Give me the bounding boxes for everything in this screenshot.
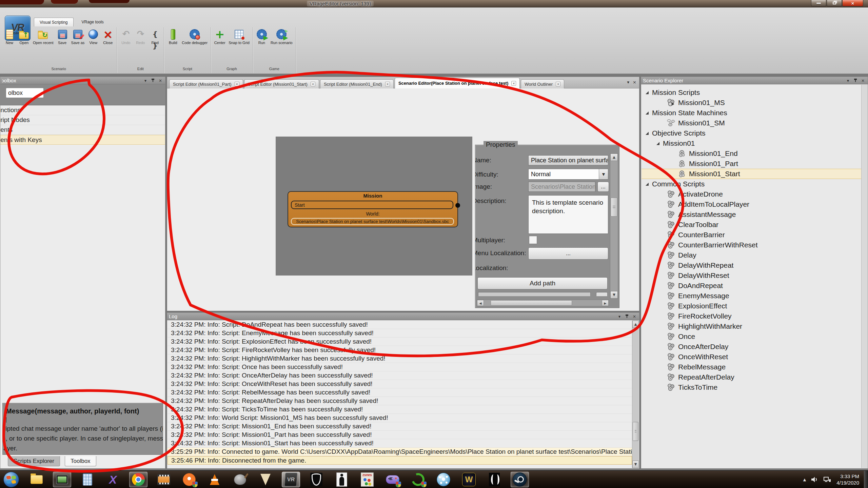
taskbar-blender[interactable] [180, 472, 198, 487]
taskbar-chrome[interactable] [129, 472, 147, 487]
window-titlebar[interactable]: VRageEditor (version: 139) × [0, 0, 868, 7]
scrollbar-thumb[interactable] [491, 300, 572, 306]
tree-expander-icon[interactable] [646, 132, 649, 135]
description-textarea[interactable]: This is template scenario description. [528, 195, 608, 234]
scrollbar-thumb[interactable] [633, 422, 638, 441]
tab-close-icon[interactable]: × [633, 80, 636, 85]
speaker-icon[interactable] [811, 476, 818, 483]
tree-item-mission01-sm[interactable]: Mission01_SM [642, 118, 861, 128]
tree-item-counterbarrier[interactable]: CounterBarrier [642, 230, 861, 240]
build-button[interactable]: Build [166, 28, 180, 45]
tree-item-onceafterdelay[interactable]: OnceAfterDelay [642, 342, 861, 352]
panel-close-icon[interactable]: × [860, 78, 866, 83]
node-output-connector[interactable] [455, 203, 460, 208]
tree-item-delay[interactable]: Delay [642, 250, 861, 260]
tree-expander-icon[interactable] [646, 111, 649, 115]
show-desktop-button[interactable] [864, 471, 868, 488]
taskbar-calculator[interactable] [78, 472, 97, 487]
tab-scenario-editor-place-station-on-planet-surface-test[interactable]: Scenario Editor(Place Station on planet … [395, 78, 520, 88]
run-button[interactable]: ▶Run [255, 28, 269, 45]
scroll-down-icon[interactable]: ▼ [632, 461, 639, 468]
log-entry[interactable]: 3:25:29 PM: Info: Connected to game. Wor… [167, 448, 632, 456]
tree-item-counterbarrierwithreset[interactable]: CounterBarrierWithReset [642, 240, 861, 250]
tab-script-editor-mission01-start[interactable]: Script Editor (Mission01_Start)× [244, 79, 319, 88]
run-scenario-button[interactable]: ▶▶Run scenario [269, 28, 294, 45]
log-entry[interactable]: 3:24:32 PM: Info: Script: EnemyMessage h… [167, 329, 632, 338]
multiplayer-checkbox[interactable] [529, 236, 537, 244]
difficulty-select[interactable]: Normal ▼ [528, 169, 608, 180]
panel-close-icon[interactable]: × [157, 78, 163, 83]
scenario-explorer-header[interactable]: Scenario Explorer ▾ × [641, 77, 868, 84]
log-entry[interactable]: 3:24:32 PM: Info: Script: TicksToTime ha… [167, 405, 632, 414]
panel-menu-icon[interactable]: ▾ [616, 314, 623, 319]
toolbox-item-functions[interactable]: Functions [0, 105, 165, 115]
tree-item-mission01-part[interactable]: Mission01_Part [642, 159, 861, 169]
log-entry[interactable]: 3:24:32 PM: Info: Script: HighlightWithM… [167, 354, 632, 363]
chevron-down-icon[interactable]: ▼ [599, 169, 608, 179]
toolbox-search-input[interactable]: olbox [6, 88, 44, 98]
taskbar-bw-logo-app[interactable] [485, 472, 504, 487]
restore-button[interactable] [827, 0, 842, 6]
scroll-up-icon[interactable]: ▲ [632, 321, 639, 328]
taskbar-ball-app[interactable] [434, 472, 453, 487]
tree-item-activatedrone[interactable]: ActivateDrone [642, 189, 861, 199]
find-button[interactable]: { }Find [148, 28, 162, 45]
close-button[interactable]: × [842, 0, 863, 6]
scroll-down-icon[interactable]: ▼ [610, 291, 618, 299]
scenario-editor-canvas[interactable]: Mission Start World: Scenarios\Place Sta… [167, 88, 639, 311]
open-recent-button[interactable]: ↻Open recent [32, 28, 55, 45]
tree-item-doandrepeat[interactable]: DoAndRepeat [642, 281, 861, 291]
log-entry[interactable]: 3:24:32 PM: Info: Script: RebelMessage h… [167, 388, 632, 397]
log-entry[interactable]: 3:24:32 PM: Info: Script: FireRocketVoll… [167, 346, 632, 354]
scroll-right-icon[interactable]: ▶ [602, 300, 609, 306]
tree-item-enemymessage[interactable]: EnemyMessage [642, 291, 861, 301]
tree-item-mission01-start[interactable]: Mission01_Start [642, 169, 861, 179]
toolbox-item-script-nodes[interactable]: Script Nodes [0, 115, 165, 125]
tree-item-tickstotime[interactable]: TicksToTime [642, 382, 861, 392]
log-entry[interactable]: 3:24:32 PM: Info: Script: OnceAfterDelay… [167, 371, 632, 380]
taskbar-gamepad-app[interactable] [383, 472, 402, 487]
node-start-slot[interactable]: Start [291, 201, 453, 209]
tab-world-outliner[interactable]: World Outliner× [521, 79, 564, 88]
taskbar-shield-app[interactable] [307, 472, 326, 487]
close-button[interactable]: ×Close [101, 28, 115, 45]
mission-graph-area[interactable]: Mission Start World: Scenarios\Place Sta… [276, 137, 472, 276]
tree-item-mission01-end[interactable]: Mission01_End [642, 148, 861, 159]
bottom-tab-scripts-explorer[interactable]: Scripts Explorer [8, 456, 60, 466]
snap-to-grid-button[interactable]: Snap to Grid [227, 28, 251, 45]
panel-pin-icon[interactable] [150, 78, 156, 83]
tree-item-delaywithreset[interactable]: DelayWithReset [642, 270, 861, 281]
tab-close-icon[interactable]: × [235, 82, 239, 86]
tree-item-once[interactable]: Once [642, 331, 861, 342]
save-as-button[interactable]: Save as [70, 28, 86, 45]
scroll-up-icon[interactable]: ▲ [610, 154, 618, 161]
taskbar-sync-app[interactable] [409, 472, 427, 487]
properties-horizontal-scrollbar[interactable]: ◀ ▶ [477, 300, 609, 306]
taskbar-vlc[interactable] [205, 472, 224, 487]
log-entry[interactable]: 3:24:32 PM: Info: World Script: Mission0… [167, 414, 632, 422]
log-entry[interactable]: 3:24:32 PM: Info: Script: Mission01_Star… [167, 439, 632, 448]
view-button[interactable]: View [86, 28, 100, 45]
log-entry[interactable]: 3:24:32 PM: Info: Script: OnceWithReset … [167, 380, 632, 388]
code-debugger-button[interactable]: Code debugger [180, 28, 209, 45]
taskbar-vrage-editor[interactable]: VR [282, 472, 300, 487]
clipped-browse-button[interactable] [596, 292, 608, 296]
log-entry[interactable]: 3:24:32 PM: Info: Script: Mission01_End … [167, 422, 632, 431]
tray-expand-icon[interactable]: ▲ [803, 477, 806, 482]
explorer-scrollbar[interactable] [861, 85, 867, 468]
panel-pin-icon[interactable] [624, 314, 630, 319]
tree-item-repeatafterdelay[interactable]: RepeatAfterDelay [642, 372, 861, 382]
tree-item-common-scripts[interactable]: Common Scripts [642, 179, 861, 189]
taskbar-movie-maker[interactable] [155, 472, 173, 487]
tree-item-mission-scripts[interactable]: Mission Scripts [642, 87, 861, 98]
open-button[interactable]: ↑Open [17, 28, 31, 45]
toolbox-panel-header[interactable]: Toolbox ▾ × [0, 77, 165, 84]
menu-localization-button[interactable]: ... [528, 247, 608, 260]
log-entry[interactable]: 3:25:46 PM: Info: Disconnected from the … [167, 456, 632, 465]
tree-item-mission-state-machines[interactable]: Mission State Machines [642, 108, 861, 118]
bottom-tab-toolbox[interactable]: Toolbox [65, 456, 96, 466]
taskbar-silhouette-app[interactable] [333, 472, 351, 487]
panel-close-icon[interactable]: × [631, 314, 637, 319]
scroll-left-icon[interactable]: ◀ [477, 300, 484, 306]
tab-close-icon[interactable]: × [556, 82, 560, 86]
